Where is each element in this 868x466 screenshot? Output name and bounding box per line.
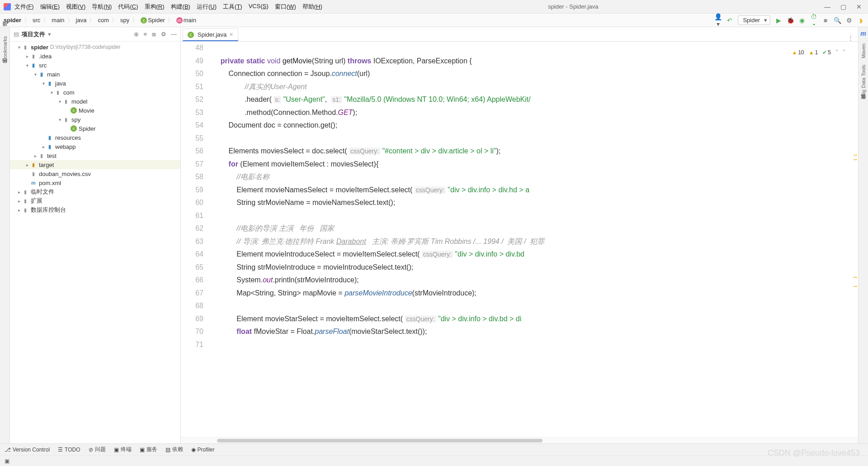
code-line[interactable] — [212, 42, 858, 55]
expand-icon[interactable]: ≡ — [143, 31, 147, 38]
code-line[interactable]: for (Element movieItemSelect : moviesSel… — [212, 158, 858, 171]
code-line[interactable]: Element movieStarSelect = movieItemSelec… — [212, 313, 858, 326]
horizontal-scrollbar[interactable] — [181, 437, 858, 443]
bottom-tool-item[interactable]: ▤依赖 — [165, 446, 183, 453]
line-number[interactable]: 58 — [181, 171, 203, 184]
tree-node[interactable]: cMovie — [10, 106, 180, 115]
line-number[interactable]: 62 — [181, 222, 203, 235]
code-line[interactable]: String strMovieName = movieNamesSelect.t… — [212, 196, 858, 209]
tree-node[interactable]: cSpider — [10, 124, 180, 133]
code-line[interactable]: Document doc = connection.get(); — [212, 119, 858, 132]
bottom-tool-item[interactable]: ▣终端 — [114, 446, 132, 453]
breadcrumb-item[interactable]: mmain — [176, 17, 196, 24]
chevron-icon[interactable]: ▾ — [57, 117, 62, 122]
stripe-mark[interactable] — [854, 286, 857, 287]
line-number[interactable]: 67 — [181, 287, 203, 300]
chevron-icon[interactable]: ▾ — [41, 81, 46, 86]
debug-icon[interactable]: 🐞 — [787, 17, 794, 24]
menu-item[interactable]: 帮助(H) — [302, 3, 322, 11]
menu-item[interactable]: 构建(B) — [171, 3, 190, 11]
dropdown-icon[interactable]: ▾ — [48, 31, 51, 38]
menu-item[interactable]: 文件(F) — [14, 3, 34, 11]
run-config-select[interactable]: Spider — [738, 15, 770, 25]
line-number[interactable]: 48 — [181, 42, 203, 55]
tree-node[interactable]: ▮douban_movies.csv — [10, 169, 180, 178]
chevron-icon[interactable]: ▾ — [16, 45, 22, 50]
code-line[interactable]: // 导演: 弗兰克·德拉邦特 Frank Darabont 主演: 蒂姆·罗宾… — [212, 235, 858, 248]
close-tab-icon[interactable]: ✕ — [229, 32, 233, 38]
bottom-tool-item[interactable]: ◉Profiler — [191, 447, 215, 453]
code-line[interactable]: System.out.println(strMovieIntroduce); — [212, 274, 858, 287]
breadcrumb-item[interactable]: com — [98, 17, 109, 24]
typos-count[interactable]: ✔5 — [822, 46, 831, 59]
tree-node[interactable]: ▸▮webapp — [10, 142, 180, 151]
menu-item[interactable]: 重构(R) — [145, 3, 165, 11]
chevron-icon[interactable]: ▾ — [33, 72, 38, 77]
code-line[interactable]: //电影名称 — [212, 171, 858, 184]
bottom-tool-item[interactable]: ☰TODO — [58, 447, 80, 453]
line-number[interactable]: 49 — [181, 55, 203, 68]
menu-item[interactable]: 运行(U) — [197, 3, 217, 11]
menu-item[interactable]: 视图(V) — [66, 3, 85, 11]
bottom-tool-item[interactable]: ▣服务 — [140, 446, 157, 453]
tab-options-icon[interactable]: ⋮ — [843, 34, 858, 41]
code-line[interactable]: //真实的User-Agent — [212, 81, 858, 94]
upgrade-icon[interactable]: ◗ — [857, 17, 864, 24]
breadcrumb-item[interactable]: cSpider — [141, 17, 165, 24]
stripe-mark[interactable] — [854, 155, 857, 156]
tree-node[interactable]: ▮resources — [10, 133, 180, 142]
tree-node[interactable]: ▾▮java — [10, 79, 180, 88]
menu-item[interactable]: 代码(C) — [118, 3, 138, 11]
code-line[interactable]: //电影的导演 主演 年份 国家 — [212, 222, 858, 235]
code-line[interactable]: Map<String, String> mapMovie = parseMovi… — [212, 287, 858, 300]
coverage-icon[interactable]: ◉ — [798, 17, 806, 24]
line-number[interactable]: 56 — [181, 145, 203, 158]
menu-item[interactable]: 导航(N) — [92, 3, 112, 11]
code-line[interactable]: .method(Connection.Method.GET); — [212, 106, 858, 119]
breadcrumb-item[interactable]: java — [76, 17, 87, 24]
line-number[interactable]: 54 — [181, 119, 203, 132]
code-content[interactable]: private static void getMovie(String url)… — [212, 42, 858, 437]
line-number[interactable]: 71 — [181, 338, 203, 352]
weak-warnings-count[interactable]: ▲1 — [809, 46, 818, 59]
settings-icon[interactable]: ⚙ — [845, 17, 853, 24]
menu-item[interactable]: 编辑(E) — [40, 3, 60, 11]
tree-node[interactable]: ▸▮数据库控制台 — [10, 205, 180, 214]
line-number[interactable]: 50 — [181, 67, 203, 81]
chevron-down-icon[interactable]: ˅ — [843, 46, 845, 59]
hide-icon[interactable]: — — [171, 31, 177, 38]
chevron-icon[interactable]: ▸ — [16, 190, 22, 195]
tree-node[interactable]: ▸▮扩展 — [10, 196, 180, 205]
breadcrumb-item[interactable]: spider — [4, 17, 21, 24]
code-line[interactable]: float fMovieStar = Float.parseFloat(movi… — [212, 325, 858, 338]
chevron-icon[interactable]: ▾ — [49, 90, 54, 95]
code-editor[interactable]: 4849505152535455565758596061626364656667… — [181, 42, 858, 437]
maximize-icon[interactable]: ▢ — [840, 3, 846, 10]
collapse-icon[interactable]: ≣ — [151, 31, 156, 38]
tree-node[interactable]: ▾▮main — [10, 70, 180, 79]
menu-item[interactable]: VCS(S) — [249, 3, 269, 11]
tool-strip-item[interactable]: Maven — [861, 43, 866, 58]
project-tree[interactable]: ▾▮spiderD:\rtsy\bysj\7738-code\spider▸▮.… — [10, 42, 180, 443]
line-number[interactable]: 53 — [181, 106, 203, 119]
stop-icon[interactable]: ■ — [822, 17, 829, 24]
tree-node[interactable]: ▾▮spy — [10, 115, 180, 124]
scrollbar-thumb[interactable] — [217, 439, 542, 442]
gear-icon[interactable]: ⚙ — [161, 31, 166, 38]
line-number[interactable]: 63 — [181, 235, 203, 248]
tree-node[interactable]: ▾▮model — [10, 97, 180, 106]
tree-node[interactable]: ▾▮spiderD:\rtsy\bysj\7738-code\spider — [10, 43, 180, 52]
run-icon[interactable]: ▶ — [775, 17, 782, 24]
close-icon[interactable]: ✕ — [856, 3, 862, 10]
user-icon[interactable]: 👤▾ — [714, 13, 722, 28]
line-number[interactable]: 61 — [181, 209, 203, 223]
tree-node[interactable]: ▸▮.idea — [10, 52, 180, 61]
chevron-icon[interactable]: ▸ — [24, 162, 30, 167]
code-line[interactable] — [212, 132, 858, 145]
line-number[interactable]: 65 — [181, 261, 203, 274]
code-line[interactable] — [212, 209, 858, 223]
minimize-icon[interactable]: — — [824, 3, 830, 10]
code-line[interactable]: Element movieIntroduceSelect = movieItem… — [212, 248, 858, 261]
tree-node[interactable]: ▸▮临时文件 — [10, 187, 180, 196]
tree-node[interactable]: ▾▮src — [10, 61, 180, 70]
